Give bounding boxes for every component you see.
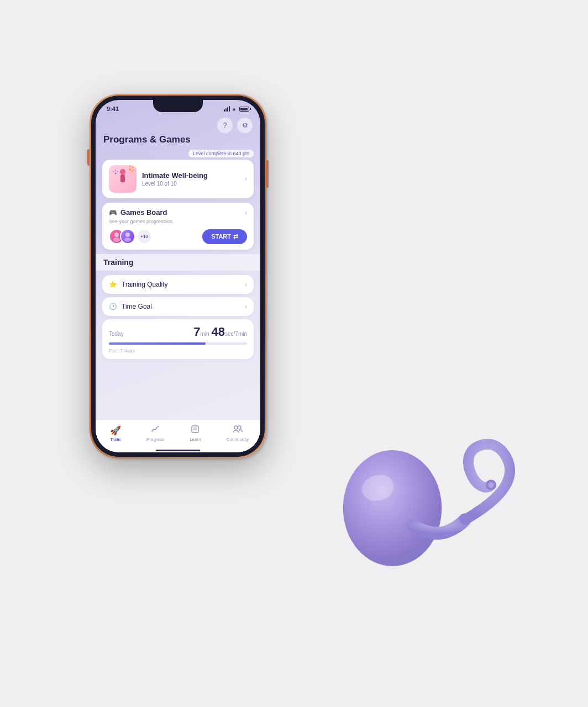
app-content: ? ⚙ Programs & Games Level complete in 6…	[96, 115, 260, 452]
top-icons-row: ? ⚙	[96, 115, 260, 134]
train-icon: 🚀	[110, 425, 121, 436]
fireworks-decoration	[109, 165, 136, 193]
home-bar	[156, 450, 200, 451]
battery-fill	[240, 108, 248, 110]
svg-rect-1	[120, 175, 125, 182]
start-button[interactable]: START ⇄	[202, 229, 247, 244]
learn-icon	[191, 425, 200, 436]
time-goal-icon: 🕐	[109, 303, 117, 310]
svg-rect-15	[192, 426, 198, 432]
games-title: Games Board	[120, 208, 167, 217]
wellbeing-title: Intimate Well-being	[142, 171, 239, 180]
avatar-group: +10	[109, 229, 151, 244]
time-goal-label: Time Goal	[122, 303, 152, 310]
today-min-unit: min	[200, 331, 209, 337]
svg-line-10	[113, 171, 114, 172]
battery-icon	[239, 107, 249, 112]
time-goal-chevron: ›	[245, 303, 247, 310]
level-badge-pill: Level complete in 640 pts	[188, 150, 254, 157]
kegel-device	[300, 392, 532, 624]
nav-community[interactable]: Community	[221, 424, 254, 443]
level-badge-container: Level complete in 640 pts	[102, 150, 254, 157]
svg-line-9	[117, 171, 119, 172]
games-chevron: ›	[245, 209, 247, 217]
training-section-divider: Training	[96, 254, 260, 271]
progress-bar-fill	[109, 342, 206, 345]
bottom-nav: 🚀 Train Progress	[96, 420, 260, 447]
nav-progress[interactable]: Progress	[141, 424, 170, 443]
progress-icon	[151, 425, 160, 436]
svg-point-2	[129, 168, 131, 171]
svg-point-14	[124, 238, 131, 242]
training-quality-icon: ⭐	[109, 281, 117, 288]
time-goal-item[interactable]: 🕐 Time Goal ›	[102, 297, 254, 316]
training-quality-item[interactable]: ⭐ Training Quality ›	[102, 275, 254, 294]
training-quality-left: ⭐ Training Quality	[109, 281, 168, 288]
community-label: Community	[227, 437, 249, 442]
wellbeing-chevron: ›	[245, 175, 247, 183]
today-seconds: 48	[212, 325, 225, 339]
nav-train[interactable]: 🚀 Train	[102, 424, 129, 443]
phone-shell: 9:41 ▲	[90, 94, 266, 458]
shuffle-icon: ⇄	[233, 233, 238, 240]
games-card[interactable]: 🎮 Games Board › See your games progressi…	[102, 203, 254, 250]
home-indicator	[96, 447, 260, 452]
today-minutes: 7	[193, 325, 200, 339]
svg-point-19	[238, 426, 241, 429]
train-label: Train	[110, 437, 120, 442]
games-bottom: +10 START ⇄	[109, 229, 247, 244]
wifi-icon: ▲	[232, 106, 237, 112]
avatar-2	[120, 229, 135, 244]
svg-point-23	[488, 482, 494, 488]
phone-screen: 9:41 ▲	[96, 100, 260, 452]
signal-bar-1	[224, 109, 225, 112]
signal-bar-2	[225, 108, 227, 112]
svg-point-18	[234, 426, 238, 429]
training-quality-chevron: ›	[245, 281, 247, 288]
games-subtitle: See your games progression.	[109, 219, 247, 224]
nav-learn[interactable]: Learn	[181, 424, 209, 443]
gamepad-icon: 🎮	[109, 209, 117, 217]
phone: 9:41 ▲	[90, 94, 266, 458]
community-icon	[233, 425, 243, 436]
learn-label: Learn	[190, 437, 201, 442]
svg-point-7	[115, 173, 117, 175]
svg-point-13	[125, 233, 130, 237]
settings-button[interactable]: ⚙	[237, 118, 253, 133]
training-quality-label: Training Quality	[122, 281, 168, 288]
signal-icon	[224, 106, 230, 112]
progress-label: Progress	[146, 437, 164, 442]
page-title: Programs & Games	[102, 134, 254, 145]
status-time: 9:41	[107, 105, 119, 112]
scroll-content[interactable]: Programs & Games Level complete in 640 p…	[96, 134, 260, 420]
past-days-label: Past 7 days	[109, 348, 247, 354]
games-title-row: 🎮 Games Board	[109, 208, 167, 217]
svg-point-0	[120, 169, 125, 175]
wellbeing-text: Intimate Well-being Level 10 of 10	[142, 171, 239, 187]
training-section-label: Training	[103, 258, 133, 267]
today-label: Today	[109, 331, 124, 337]
svg-line-4	[132, 167, 133, 168]
avatar-plus: +10	[138, 230, 151, 243]
phone-inner: 9:41 ▲	[91, 96, 265, 457]
today-time: 7min 48sec/7min	[193, 325, 247, 339]
notch	[153, 100, 203, 112]
time-goal-left: 🕐 Time Goal	[109, 303, 152, 310]
today-sec-unit: sec/7min	[225, 331, 247, 337]
svg-point-20	[343, 450, 442, 566]
status-icons: ▲	[224, 106, 249, 112]
svg-point-11	[114, 233, 119, 237]
today-row: Today 7min 48sec/7min	[109, 325, 247, 339]
start-button-label: START	[211, 233, 231, 240]
wellbeing-image	[109, 165, 136, 193]
signal-bar-3	[227, 107, 228, 112]
svg-line-6	[132, 171, 133, 172]
games-header: 🎮 Games Board ›	[109, 208, 247, 217]
scene: 9:41 ▲	[45, 50, 543, 657]
progress-bar-track	[109, 342, 247, 345]
today-stats-card: Today 7min 48sec/7min Past 7 days	[102, 319, 254, 359]
wellbeing-subtitle: Level 10 of 10	[142, 181, 239, 187]
signal-bar-4	[229, 106, 230, 112]
help-button[interactable]: ?	[217, 118, 233, 133]
wellbeing-card[interactable]: Intimate Well-being Level 10 of 10 ›	[102, 160, 254, 198]
